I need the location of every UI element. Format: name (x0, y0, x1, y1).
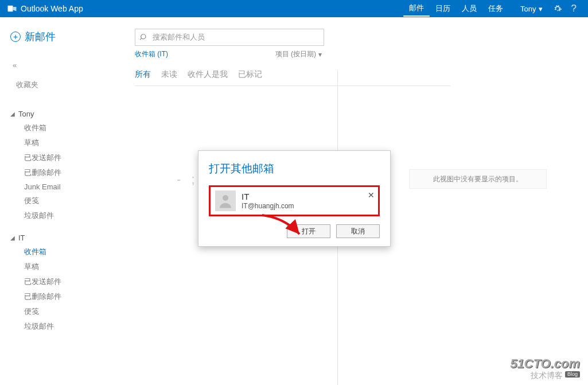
watermark-sub: 技术博客Blog (510, 371, 580, 379)
watermark-url: 51CTO.com (510, 357, 580, 370)
mailbox-input[interactable]: IT IT@huangjh.com ✕ (209, 185, 380, 216)
modal-overlay: 打开其他邮箱 IT IT@huangjh.com ✕ 打开 取消 (0, 0, 588, 385)
watermark: 51CTO.com 技术博客Blog (510, 357, 580, 379)
dialog-title: 打开其他邮箱 (209, 161, 380, 176)
clear-button[interactable]: ✕ (368, 190, 375, 200)
avatar-icon (215, 190, 236, 211)
open-mailbox-dialog: 打开其他邮箱 IT IT@huangjh.com ✕ 打开 取消 (198, 150, 391, 247)
mailbox-email: IT@huangjh.com (242, 202, 294, 210)
mailbox-name: IT (242, 192, 294, 202)
svg-point-1 (223, 195, 228, 201)
cancel-button[interactable]: 取消 (336, 224, 380, 238)
open-button[interactable]: 打开 (287, 224, 330, 238)
